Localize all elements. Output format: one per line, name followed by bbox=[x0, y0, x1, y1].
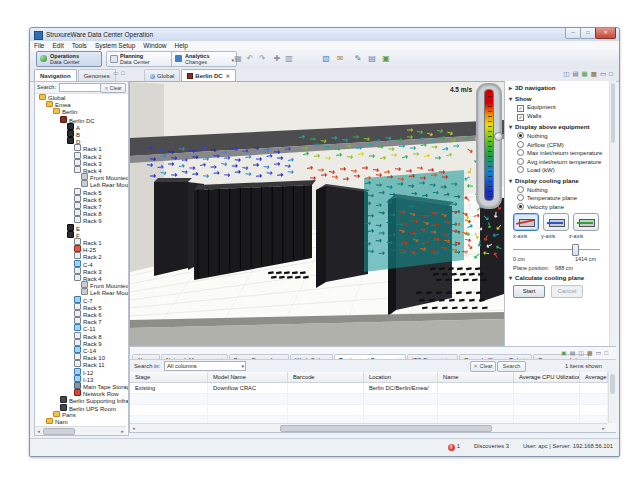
tree-item-berlin-supporting-infrastru[interactable]: Berlin Supporting Infrastru bbox=[60, 396, 128, 403]
table-view-icon[interactable]: ▤ bbox=[572, 70, 578, 77]
minimize-view-icon[interactable]: ▭ bbox=[596, 350, 602, 356]
radio-load-kw[interactable]: Load (kW) bbox=[505, 165, 616, 174]
radio-icon[interactable] bbox=[517, 203, 524, 210]
table-row[interactable]: ExistingDownflow CRACBerlin DC/Berlin/Em… bbox=[130, 383, 608, 394]
pin-icon[interactable]: ✚ bbox=[272, 54, 282, 64]
tree-hscrollbar[interactable]: ◂ ▸ bbox=[35, 426, 126, 435]
cancel-button[interactable]: Cancel bbox=[551, 285, 583, 298]
button-x-axis[interactable] bbox=[513, 213, 539, 231]
tree-item-f[interactable]: F bbox=[67, 231, 80, 238]
tree-item-berlin[interactable]: Berlin bbox=[53, 108, 77, 115]
tree-item-i-12[interactable]: I-12 bbox=[74, 368, 93, 375]
tree-item-rack-2[interactable]: Rack 2 bbox=[74, 252, 102, 259]
tree-item-rack-9[interactable]: Rack 9 bbox=[74, 339, 102, 346]
radio-max-inlet-return-temperature[interactable]: Max inlet/return temperature bbox=[505, 148, 616, 157]
tree-item-global[interactable]: Global bbox=[39, 94, 65, 101]
tree-item-rack-11[interactable]: Rack 11 bbox=[74, 360, 105, 367]
table-hscrollbar[interactable]: ◂ ▸ bbox=[130, 423, 607, 432]
scroll-left-icon[interactable]: ◂ bbox=[130, 425, 137, 431]
section-display-cooling-plane[interactable]: ▾Display cooling plane bbox=[505, 174, 616, 185]
tree-item-front-mounted[interactable]: Front Mounted bbox=[81, 173, 128, 180]
menu-file[interactable]: File bbox=[30, 41, 48, 49]
tree-item-network-row[interactable]: Network Row bbox=[74, 389, 119, 396]
radio-icon[interactable] bbox=[517, 149, 524, 156]
undo-icon[interactable]: ↶ bbox=[245, 54, 255, 64]
monitor-icon[interactable]: ◫ bbox=[578, 350, 584, 356]
tree-item-rack-4[interactable]: Rack 4 bbox=[74, 166, 102, 173]
check-equipment[interactable]: ✓Equipment bbox=[505, 103, 616, 112]
tools-icon[interactable]: ✎ bbox=[353, 54, 363, 64]
tree-item-c-4[interactable]: C-4 bbox=[74, 260, 93, 267]
plane-position-slider[interactable] bbox=[513, 243, 608, 255]
scroll-thumb[interactable] bbox=[43, 428, 75, 435]
section-3d-navigation[interactable]: ▸3D navigation bbox=[505, 81, 616, 92]
radio-icon[interactable] bbox=[517, 166, 524, 173]
3d-datacenter-view[interactable]: 4.5 m/s bbox=[129, 81, 505, 347]
radio-icon[interactable] bbox=[517, 132, 524, 139]
column-header-location[interactable]: Location bbox=[364, 372, 438, 382]
table-clear-button[interactable]: ✕ Clear bbox=[470, 361, 496, 372]
tree-item-rack-7[interactable]: Rack 7 bbox=[74, 317, 102, 324]
menu-edit[interactable]: Edit bbox=[48, 41, 67, 49]
slider-track[interactable] bbox=[513, 249, 600, 250]
alert-icon[interactable]: ! bbox=[448, 444, 455, 451]
radio-icon[interactable] bbox=[517, 194, 524, 201]
tree-item-rack-3[interactable]: Rack 3 bbox=[74, 159, 102, 166]
radio-icon[interactable] bbox=[517, 158, 524, 165]
tree-item-left-rear-moun[interactable]: Left Rear Moun bbox=[81, 288, 128, 295]
section-show[interactable]: ▾Show bbox=[505, 92, 616, 103]
screen-icon[interactable]: ▦ bbox=[582, 70, 588, 77]
tree-item-rack-8[interactable]: Rack 8 bbox=[74, 209, 102, 216]
minimize-button[interactable]: ─ bbox=[565, 28, 581, 39]
radio-avg-inlet-return-temperature[interactable]: Avg inlet/return temperature bbox=[505, 157, 616, 166]
tree-item-rack-7[interactable]: Rack 7 bbox=[74, 202, 102, 209]
tree-item-nam[interactable]: Nam bbox=[46, 418, 68, 425]
tree-item-rack-6[interactable]: Rack 6 bbox=[74, 195, 102, 202]
tree-item-rack-1[interactable]: Rack 1 bbox=[74, 238, 102, 245]
tree-item-c-14[interactable]: C-14 bbox=[74, 346, 96, 353]
view-minmax-icons[interactable]: ▭□ bbox=[113, 70, 128, 76]
tree-item-rack-3[interactable]: Rack 3 bbox=[74, 267, 102, 274]
tree-item-main-tape-storage[interactable]: Main Tape Storage bbox=[74, 382, 128, 389]
tree-item-berlin-ups-room[interactable]: Berlin UPS Room bbox=[60, 404, 116, 411]
title-bar[interactable]: StruxureWare Data Center Operation ─ □ ✕ bbox=[30, 28, 619, 42]
tree-item-c-7[interactable]: C-7 bbox=[74, 296, 93, 303]
tree-search-clear-button[interactable]: ✕ Clear bbox=[100, 83, 126, 93]
tree-item-a[interactable]: A bbox=[67, 123, 80, 130]
table-search-button[interactable]: Search bbox=[497, 361, 526, 372]
tree-item-rack-1[interactable]: Rack 1 bbox=[74, 144, 102, 151]
scroll-left-icon[interactable]: ◂ bbox=[35, 428, 42, 434]
tree-item-rack-8[interactable]: Rack 8 bbox=[74, 332, 102, 339]
start-button[interactable]: Start bbox=[513, 285, 545, 298]
radio-nothing[interactable]: Nothing bbox=[505, 131, 616, 140]
menu-help[interactable]: Help bbox=[170, 41, 191, 49]
tree-item-left-rear-moun[interactable]: Left Rear Moun bbox=[81, 180, 128, 187]
screenshot-icon[interactable]: ▧ bbox=[321, 54, 331, 64]
tree-item-paris[interactable]: Paris bbox=[53, 411, 76, 418]
perspective-planning[interactable]: PlanningData Center▾ bbox=[106, 51, 176, 67]
maximize-view-icon[interactable]: □ bbox=[609, 70, 613, 77]
tree-item-emea[interactable]: Emea bbox=[46, 101, 71, 108]
mail-icon[interactable]: ✉ bbox=[335, 54, 345, 64]
radio-velocity-plane[interactable]: Velocity plane bbox=[505, 202, 616, 211]
perspective-analytics[interactable]: AnalyticsChanges▾ bbox=[171, 51, 237, 67]
menu-system-setup[interactable]: System Setup bbox=[91, 41, 139, 49]
refresh-icon[interactable]: ▣ bbox=[561, 350, 567, 356]
button-z-axis[interactable] bbox=[573, 213, 599, 231]
tree-item-rack-5[interactable]: Rack 5 bbox=[74, 188, 102, 195]
save-icon[interactable]: ▦ bbox=[233, 54, 243, 64]
tree-item-rack-5[interactable]: Rack 5 bbox=[74, 303, 102, 310]
scroll-thumb[interactable] bbox=[280, 425, 492, 432]
report-blue-icon[interactable]: ▤ bbox=[367, 54, 377, 64]
checkbox-icon[interactable]: ✓ bbox=[517, 105, 524, 112]
tree-item-rack-2[interactable]: Rack 2 bbox=[74, 152, 102, 159]
tree-item-e[interactable]: E bbox=[67, 224, 80, 231]
columns-icon[interactable]: ▤ bbox=[570, 350, 576, 356]
column-header-average-pow[interactable]: Average Pow... bbox=[580, 372, 608, 382]
radio-icon[interactable] bbox=[517, 186, 524, 193]
paste-icon[interactable]: ▥ bbox=[284, 54, 294, 64]
menu-window[interactable]: Window bbox=[139, 41, 170, 49]
tree-item-c-11[interactable]: C-11 bbox=[74, 324, 96, 331]
tree-item-h-25[interactable]: H-25 bbox=[74, 245, 96, 252]
slider-handle[interactable] bbox=[572, 244, 579, 256]
